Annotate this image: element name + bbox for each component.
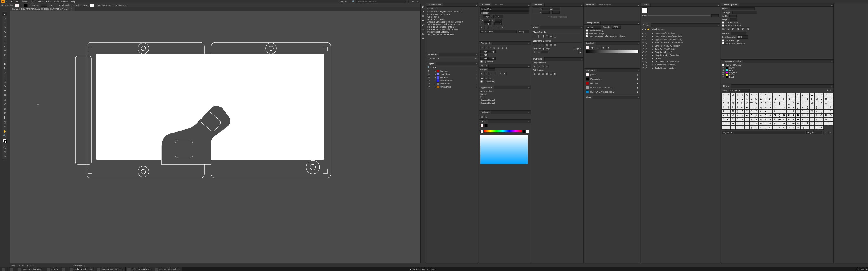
glyph-cell[interactable]: 9 (721, 97, 726, 101)
document-canvas[interactable]: ✥ (10, 11, 421, 263)
arrange-icon[interactable]: ▭ (411, 0, 414, 3)
touch-calligraphy-label[interactable]: Touch Callig... (59, 4, 72, 6)
free-transform-tool[interactable]: ⬚ (2, 79, 7, 84)
align-to-icon[interactable]: ⊟ (125, 4, 127, 6)
zoom-out-glyphs-icon[interactable]: − (824, 131, 827, 134)
glyph-cell[interactable]: d (810, 101, 814, 105)
tab-color[interactable]: Color (479, 120, 488, 123)
dist-hspace-icon[interactable]: ⇔ (537, 50, 540, 54)
pattern-name-input[interactable] (730, 7, 754, 10)
tile-type-select[interactable] (733, 11, 757, 14)
glyph-cell[interactable]: b (800, 101, 805, 105)
glyph-cell[interactable]: ù (754, 122, 758, 126)
layer-filter-icon[interactable]: 🔍 (428, 66, 430, 68)
taskbar-item[interactable]: 101419 (45, 267, 60, 271)
target-icon[interactable]: ○ (475, 86, 477, 88)
selection-tool[interactable]: ▲ (2, 11, 7, 16)
tab-separations[interactable]: Separations Preview (721, 60, 743, 63)
glyph-cell[interactable]: ¯ (777, 109, 782, 113)
tab-pathfinder[interactable]: Pathfinder (531, 57, 545, 61)
action-row[interactable]: ✔▢▸Simplify (selection) (642, 50, 719, 54)
h-input[interactable] (553, 11, 560, 13)
glyph-cell[interactable]: ì (805, 117, 810, 122)
glyph-cell[interactable]: " (726, 93, 731, 97)
glyph-cell[interactable]: = (740, 97, 745, 101)
tab-attributes[interactable]: Attributes (479, 111, 491, 114)
artboard-nav-prev-icon[interactable]: ◀ (26, 265, 28, 267)
expand-icon[interactable]: ▸ (652, 64, 653, 66)
tab-symbols[interactable]: Symbols (584, 3, 596, 6)
hyphenate-checkbox[interactable]: Hyphenate (480, 60, 529, 63)
glyph-cell[interactable]: " (740, 126, 745, 130)
target-icon[interactable]: ○ (475, 70, 477, 72)
draw-normal-icon[interactable]: ◯ (2, 145, 7, 150)
panel-icon[interactable]: ☰ (422, 37, 424, 40)
stroke-swatch[interactable] (24, 4, 28, 7)
panel-menu-icon[interactable]: ≡ (580, 4, 583, 6)
glyph-cell[interactable]: ú (758, 122, 763, 126)
glyph-cell[interactable]: ç (782, 117, 786, 122)
layer-filter-icon[interactable]: T (433, 66, 434, 68)
menu-edit[interactable]: Edit (15, 0, 21, 3)
paintbrush-tool[interactable]: 🖌 (2, 52, 7, 57)
tab-links[interactable]: Links (584, 96, 593, 99)
pattern-height-input[interactable] (730, 18, 737, 21)
reference-point-selector[interactable] (533, 7, 539, 14)
join-bevel-icon[interactable]: ◤ (503, 72, 506, 75)
expand-icon[interactable]: ▸ (652, 54, 653, 57)
align-stroke-inside-icon[interactable]: ▭ (485, 76, 488, 80)
menu-help[interactable]: Help (70, 0, 77, 3)
glyph-cell[interactable]: r (763, 105, 768, 109)
cap-square-icon[interactable]: ⊐ (489, 72, 492, 75)
tab-artboards[interactable]: Artboards (426, 53, 439, 56)
cap-butt-icon[interactable]: ⊏ (480, 72, 484, 75)
glyph-cell[interactable]: F (782, 97, 786, 101)
glyph-cell[interactable]: ; (731, 97, 735, 101)
glyph-cell[interactable]: ¡ (824, 105, 829, 109)
join-miter-icon[interactable]: ⌐ (495, 72, 498, 75)
glyph-cell[interactable]: š (800, 122, 805, 126)
glyph-cell[interactable]: … (763, 126, 768, 130)
glyph-cell[interactable]: À (745, 113, 749, 117)
glyph-cell[interactable]: / (786, 93, 791, 97)
glyph-cell[interactable]: û (763, 122, 768, 126)
opacity-mask-checkbox[interactable]: Opacity & Mask Define Knockout Shape (586, 35, 639, 37)
glyph-cell[interactable]: ' (731, 126, 735, 130)
glyph-cell[interactable]: 8 (828, 93, 833, 97)
overprint-stroke-icon[interactable]: ▢ (485, 115, 488, 118)
glyph-cell[interactable]: t (772, 105, 777, 109)
action-row[interactable]: ✔▢▸Save For Web JPG Medium (642, 44, 719, 47)
workspace-icon[interactable]: ▥ (416, 0, 419, 3)
panel-menu-icon[interactable]: ≡ (527, 121, 530, 123)
glyph-cell[interactable]: È (782, 113, 786, 117)
panel-menu-icon[interactable]: ≡ (527, 42, 530, 45)
font-style-select[interactable]: Regular (480, 11, 529, 14)
glyph-cell[interactable]: ä (768, 117, 773, 122)
glyph-cell[interactable]: g (824, 101, 829, 105)
glyph-cell[interactable]: ' (749, 93, 754, 97)
separation-row[interactable]: 👁Yellow (722, 74, 832, 76)
glyph-cell[interactable]: : (726, 97, 731, 101)
glyph-cell[interactable]: Â (754, 113, 758, 117)
glyph-cell[interactable]: µ (805, 109, 810, 113)
glyph-cell[interactable]: $ (735, 93, 740, 97)
glyph-cell[interactable]: e (814, 101, 819, 105)
dim-copies-select[interactable]: 50% (737, 35, 748, 39)
panel-menu-icon[interactable]: ≡ (830, 61, 833, 63)
glyph-cell[interactable]: p (754, 105, 758, 109)
align-hcenter-icon[interactable]: │ (537, 35, 540, 38)
glyph-cell[interactable]: 0 (791, 93, 796, 97)
taskbar-item[interactable] (0, 267, 8, 271)
glyph-cell[interactable]: R (726, 101, 731, 105)
glyph-cell[interactable]: á (754, 117, 758, 122)
align-top-icon[interactable]: ▔ (545, 35, 549, 38)
separation-row[interactable]: 👁CMYK (722, 67, 832, 69)
glyph-cell[interactable]: + (768, 93, 773, 97)
glyph-cell[interactable]: £ (721, 109, 726, 113)
panel-icon[interactable]: ◨ (422, 10, 424, 13)
gradient-tool[interactable]: ▤ (2, 97, 7, 102)
panel-menu-icon[interactable]: ≡ (527, 87, 530, 89)
appearance-row[interactable]: No Selections (480, 90, 529, 92)
panel-menu-icon[interactable]: ≡ (475, 63, 478, 65)
glyph-cell[interactable]: Ê (791, 113, 796, 117)
